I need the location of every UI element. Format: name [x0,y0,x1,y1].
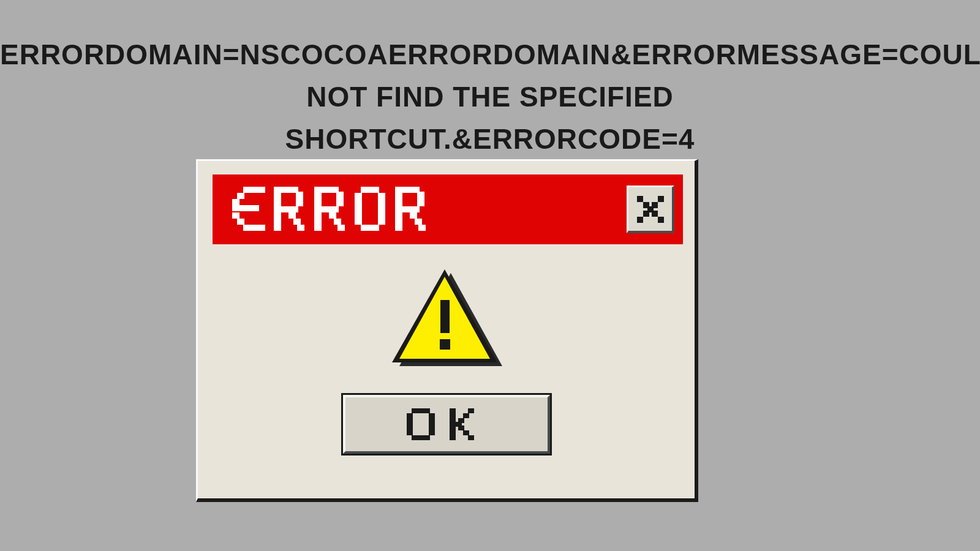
svg-rect-32 [637,196,643,202]
svg-rect-40 [658,217,664,223]
svg-rect-31 [418,225,426,231]
svg-rect-55 [458,425,464,430]
error-heading-line2: shortcut.&errorcode=4 [0,118,980,160]
error-heading-line1: errordomain=nscocoaerrordomain&errormess… [0,34,980,118]
svg-rect-10 [274,206,298,212]
svg-rect-51 [468,408,474,413]
svg-rect-57 [468,435,474,440]
svg-rect-1 [237,193,244,199]
svg-rect-30 [415,219,422,225]
svg-rect-38 [652,211,658,217]
svg-rect-50 [450,408,456,440]
error-heading: errordomain=nscocoaerrordomain&errormess… [0,0,980,160]
svg-rect-24 [361,225,379,231]
close-icon [636,195,665,224]
close-button[interactable] [627,186,674,233]
warning-icon [388,268,505,372]
svg-rect-46 [412,408,430,413]
svg-rect-45 [440,339,450,350]
ok-button-label [407,408,486,440]
svg-rect-56 [463,430,469,435]
svg-rect-20 [337,225,345,231]
error-dialog [196,159,698,502]
svg-rect-39 [637,217,643,223]
svg-rect-33 [658,196,664,202]
svg-rect-9 [296,192,303,206]
svg-rect-19 [334,219,341,225]
svg-rect-5 [237,219,244,225]
svg-rect-47 [407,413,413,435]
svg-rect-27 [417,192,424,206]
dialog-title [232,187,434,232]
svg-rect-13 [297,225,304,231]
svg-rect-21 [361,187,379,193]
svg-rect-29 [410,212,417,219]
svg-rect-17 [314,206,339,212]
svg-rect-2 [232,199,239,205]
svg-rect-3 [232,205,259,211]
dialog-titlebar [213,174,683,244]
svg-rect-48 [429,413,435,435]
svg-rect-23 [378,193,385,225]
svg-rect-0 [243,187,265,193]
svg-rect-44 [440,300,450,333]
svg-rect-12 [293,219,301,225]
svg-rect-6 [243,225,265,231]
svg-rect-28 [395,206,420,212]
svg-rect-22 [355,193,362,225]
svg-rect-37 [643,211,649,217]
svg-rect-49 [412,435,430,440]
svg-rect-11 [288,212,296,219]
svg-rect-4 [232,212,239,219]
ok-button[interactable] [342,394,551,454]
svg-rect-18 [329,212,336,219]
svg-rect-52 [463,413,469,418]
svg-rect-16 [336,192,344,206]
